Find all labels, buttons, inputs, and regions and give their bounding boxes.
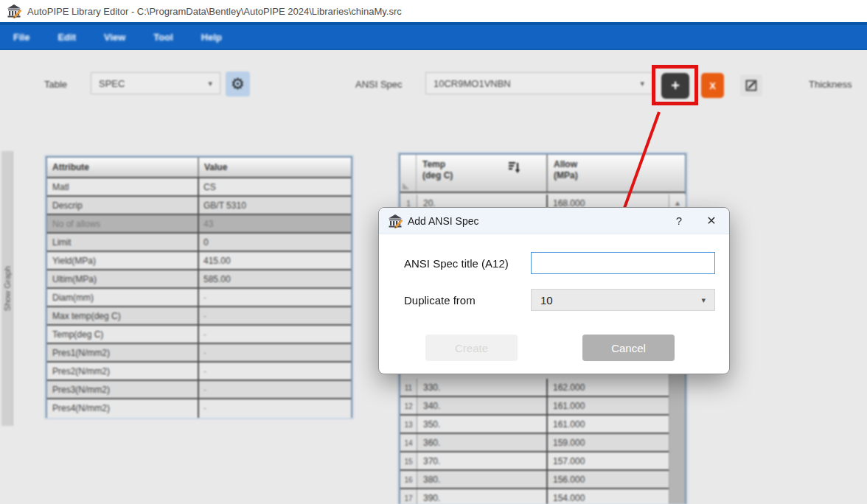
dialog-app-icon	[388, 214, 403, 228]
allow-cell[interactable]: 161.000	[548, 397, 669, 414]
dialog-help-button[interactable]: ?	[664, 214, 694, 227]
red-highlight-box	[652, 65, 698, 105]
value-cell[interactable]: 415.00	[199, 252, 351, 269]
ansi-spec-select[interactable]: 10CR9MO1VNBN ▾	[425, 72, 652, 94]
allow-cell[interactable]: 156.000	[548, 471, 669, 488]
row-number[interactable]: 14	[400, 434, 417, 451]
chevron-down-icon: ▾	[640, 79, 644, 88]
create-button[interactable]: Create	[425, 335, 518, 361]
row-number[interactable]: 13	[400, 416, 417, 433]
value-cell[interactable]: -	[199, 289, 351, 306]
row-number[interactable]: 15	[400, 452, 417, 469]
dialog-title: Add ANSI Spec	[408, 215, 479, 227]
ansi-spec-title-label: ANSI Spec title (A12)	[404, 257, 509, 270]
row-number[interactable]: 16	[400, 471, 417, 488]
duplicate-from-label: Duplicate from	[404, 294, 476, 307]
allow-cell[interactable]: 162.000	[548, 379, 669, 396]
window-title: AutoPIPE Library Editor - C:\ProgramData…	[27, 6, 402, 17]
row-number[interactable]: 12	[400, 397, 417, 414]
temp-cell[interactable]: 340.	[417, 397, 548, 414]
attribute-row: Yield(MPa)415.00	[47, 252, 351, 270]
dialog-close-button[interactable]: ✕	[694, 214, 729, 228]
allowable-row: 12340.161.000	[400, 397, 670, 416]
attribute-row: Temp(deg C)-	[47, 326, 351, 344]
row-number[interactable]: 11	[400, 379, 417, 396]
temp-cell[interactable]: 330.	[417, 379, 548, 396]
value-cell[interactable]: -	[199, 326, 351, 343]
attribute-column-header: Attribute	[47, 158, 199, 177]
row-number-header[interactable]	[400, 155, 417, 192]
allowable-row: 16380.156.000	[400, 471, 670, 489]
ansi-spec-title-input[interactable]	[531, 252, 715, 274]
value-cell[interactable]: 585.00	[199, 270, 351, 287]
allowable-row: 13350.161.000	[400, 416, 670, 434]
gear-icon: ⚙	[231, 75, 245, 93]
corner-select-icon	[403, 183, 409, 189]
allowable-row: 11330.162.000	[400, 379, 670, 397]
attribute-cell: Pres3(N/mm2)	[47, 381, 199, 398]
menu-bar: FileEditViewToolHelp	[0, 22, 867, 50]
value-cell[interactable]: -	[199, 381, 351, 398]
menu-item-view[interactable]: View	[100, 30, 130, 44]
attribute-cell: Descrip	[47, 197, 199, 214]
value-cell[interactable]: 43	[199, 215, 351, 232]
window-titlebar: AutoPIPE Library Editor - C:\ProgramData…	[0, 0, 867, 22]
edit-button[interactable]	[740, 74, 762, 97]
attribute-row: No of allows43	[47, 215, 351, 234]
allow-cell[interactable]: 154.000	[548, 489, 669, 504]
ansi-spec-label: ANSI Spec	[355, 79, 403, 90]
temp-cell[interactable]: 380.	[417, 471, 548, 488]
chevron-down-icon: ▾	[701, 295, 706, 305]
attribute-cell: Pres2(N/mm2)	[47, 363, 199, 379]
attribute-row: Pres2(N/mm2)-	[47, 363, 351, 381]
allowable-table-header: Temp (deg C) Allow (MPa)	[400, 155, 685, 193]
menu-item-edit[interactable]: Edit	[53, 30, 80, 44]
value-cell[interactable]: -	[199, 344, 351, 361]
menu-item-help[interactable]: Help	[197, 30, 226, 44]
attribute-table: Attribute Value MatlCSDescripGB/T 5310No…	[46, 156, 352, 418]
attribute-table-header: Attribute Value	[47, 158, 351, 178]
allowable-row: 17390.154.000	[400, 489, 670, 504]
temp-cell[interactable]: 360.	[417, 434, 548, 451]
menu-item-file[interactable]: File	[9, 30, 34, 44]
thickness-label: Thickness	[809, 79, 852, 90]
menu-item-tool[interactable]: Tool	[149, 30, 177, 44]
value-column-header: Value	[199, 158, 351, 177]
table-select[interactable]: SPEC ▾	[91, 72, 220, 94]
value-cell[interactable]: -	[199, 399, 351, 418]
attribute-row: Max temp(deg C)-	[47, 307, 351, 326]
attribute-cell: Diam(mm)	[47, 289, 199, 306]
value-cell[interactable]: GB/T 5310	[199, 197, 351, 214]
allow-cell[interactable]: 159.000	[548, 434, 669, 451]
attribute-cell: No of allows	[47, 215, 199, 232]
row-number[interactable]: 17	[400, 489, 417, 504]
temp-cell[interactable]: 390.	[417, 489, 548, 504]
attribute-cell: Yield(MPa)	[47, 252, 199, 269]
attribute-row: MatlCS	[47, 178, 351, 197]
temp-cell[interactable]: 350.	[417, 416, 548, 433]
sort-filter-icon[interactable]	[508, 161, 521, 174]
attribute-row: Ultim(MPa)585.00	[47, 270, 351, 289]
attribute-row: Pres4(N/mm2)-	[47, 399, 351, 418]
temp-column-header[interactable]: Temp (deg C)	[417, 155, 548, 192]
attribute-row: Pres1(N/mm2)-	[47, 344, 351, 363]
allow-column-header[interactable]: Allow (MPa)	[548, 155, 669, 192]
allow-cell[interactable]: 161.000	[548, 416, 669, 433]
value-cell[interactable]: 0	[199, 234, 351, 251]
settings-button[interactable]: ⚙	[226, 71, 250, 97]
cancel-button[interactable]: Cancel	[582, 335, 675, 361]
value-cell[interactable]: CS	[199, 178, 351, 195]
value-cell[interactable]: -	[199, 363, 351, 379]
app-logo-icon	[7, 4, 21, 18]
attribute-cell: Matl	[47, 178, 199, 195]
attribute-cell: Pres1(N/mm2)	[47, 344, 199, 361]
allow-cell[interactable]: 157.000	[548, 452, 669, 469]
temp-cell[interactable]: 370.	[417, 452, 548, 469]
delete-ansi-spec-button[interactable]: X	[701, 73, 724, 98]
value-cell[interactable]: -	[199, 307, 351, 324]
attribute-cell: Temp(deg C)	[47, 326, 199, 343]
show-graph-tab[interactable]: Show Graph	[1, 151, 13, 426]
dialog-titlebar[interactable]: Add ANSI Spec ? ✕	[379, 208, 729, 234]
duplicate-from-select[interactable]: 10 ▾	[531, 289, 715, 311]
attribute-row: DescripGB/T 5310	[47, 197, 351, 215]
